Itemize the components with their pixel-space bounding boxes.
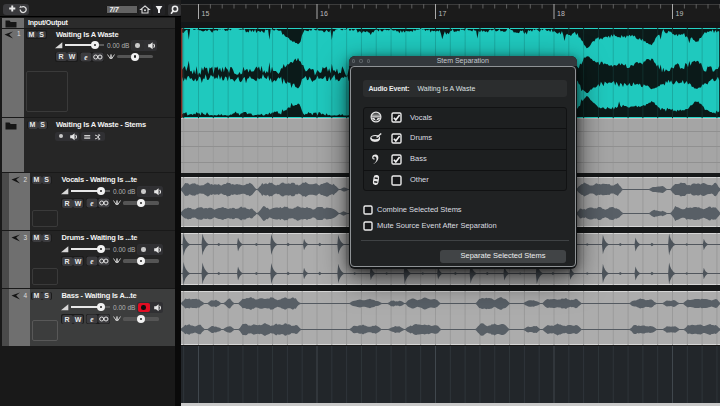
svg-text:15: 15 [202,10,210,17]
svg-text:16: 16 [320,10,328,17]
svg-text:18: 18 [557,10,565,17]
svg-text:17: 17 [439,10,447,17]
svg-text:19: 19 [676,10,684,17]
